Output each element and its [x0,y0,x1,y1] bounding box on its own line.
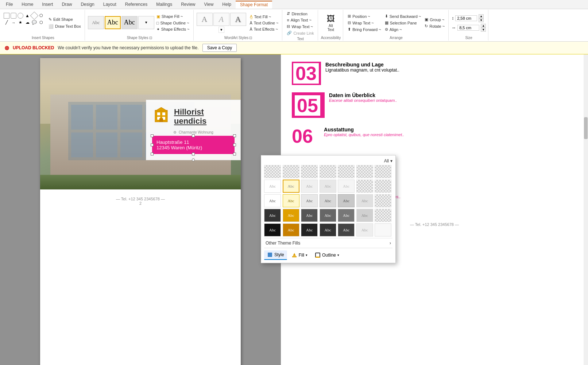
shape-effects-btn[interactable]: ✦ Shape Effects ~ [155,26,191,32]
style-cell-2-2[interactable]: Abc [301,194,318,207]
tab-file[interactable]: File [1,0,17,9]
tab-insert[interactable]: Insert [38,0,57,9]
shape-rounded[interactable] [11,13,16,19]
shape-triangle[interactable]: ▲ [24,13,30,19]
outline-dropdown-icon[interactable]: ▾ [337,253,339,257]
tab-draw[interactable]: Draw [57,0,76,9]
handle-mr[interactable] [233,143,236,146]
save-copy-button[interactable]: Save a Copy [202,44,237,52]
style-cell-1-4[interactable]: Abc [338,180,355,193]
style-cell-1-5[interactable] [356,180,373,193]
style-cell-1-6[interactable] [375,180,391,193]
style-cell-0-5[interactable] [356,165,373,178]
wordart-style-A2[interactable]: A [213,13,229,26]
alt-text-btn[interactable]: 🖼 AltText [324,13,337,33]
outline-tool-btn[interactable]: Outline ▾ [312,250,342,260]
shape-pentagon[interactable]: ⬠ [38,13,44,19]
handle-tc[interactable] [192,134,195,137]
shape-rect[interactable] [4,13,9,19]
scrollbar-thumb[interactable] [584,117,588,139]
style-cell-4-4[interactable]: Abc [338,223,355,237]
shape-arrow[interactable]: → [11,20,16,26]
wrap-text-arrange-btn[interactable]: ⊟ Wrap Text ~ [346,20,383,26]
style-cell-3-4[interactable]: Abc [338,209,355,222]
style-cell-4-1[interactable]: Abc [283,223,299,237]
width-up-btn[interactable]: ▲ [481,24,486,28]
tab-view[interactable]: View [200,0,218,9]
filter-dropdown-icon[interactable]: ▾ [390,158,392,164]
handle-bl[interactable] [151,153,154,155]
bring-forward-btn[interactable]: ⬆ Bring Forward ~ [346,26,383,32]
shape-style-1[interactable]: Abc [88,16,104,29]
height-down-btn[interactable]: ▼ [479,18,484,22]
handle-br[interactable] [233,153,236,155]
tab-mailings[interactable]: Mailings [152,0,177,9]
style-cell-0-4[interactable] [338,165,355,178]
style-cell-3-3[interactable]: Abc [320,209,336,222]
shape-style-3[interactable]: Abc [121,16,138,29]
style-cell-3-2[interactable]: Abc [301,209,318,222]
handle-tl[interactable] [151,134,154,137]
style-cell-4-6[interactable] [375,223,391,237]
wrap-text-btn-text[interactable]: ⊟ Wrap Text ~ [285,23,315,30]
shape-style-2[interactable]: Abc [105,16,121,29]
height-up-btn[interactable]: ▲ [479,14,484,18]
edit-shape-btn[interactable]: ✎ Edit Shape [47,16,82,23]
shape-callout[interactable]: 💬 [31,20,37,26]
width-down-btn[interactable]: ▼ [481,28,486,32]
tab-shape-format[interactable]: Shape Format [236,1,272,9]
style-cell-3-1[interactable]: Abc [283,209,299,222]
position-btn[interactable]: ⊞ Position ~ [346,13,383,19]
group-btn[interactable]: ▣ Group ~ [423,16,446,23]
width-input[interactable] [457,25,479,31]
send-backward-btn[interactable]: ⬇ Send Backward ~ [383,13,423,19]
style-cell-1-1[interactable]: Abc [283,180,299,193]
wordart-more-btn[interactable]: ▾ [218,27,224,33]
create-link-btn[interactable]: 🔗 Create Link [285,30,315,36]
handle-tr[interactable] [233,134,236,137]
shape-misc[interactable]: ⬡ [38,20,44,26]
tab-layout[interactable]: Layout [99,0,121,9]
text-fill-btn[interactable]: A̲ Text Fill ~ [248,14,280,20]
style-cell-1-2[interactable]: Abc [301,180,318,193]
selection-pane-btn[interactable]: ▦ Selection Pane [383,20,423,26]
tab-design[interactable]: Design [76,0,98,9]
shape-diamond[interactable] [30,11,39,20]
style-tool-btn[interactable]: Style [264,250,287,260]
style-cell-4-0[interactable]: Abc [264,223,281,237]
style-cell-0-3[interactable] [320,165,336,178]
text-direction-btn[interactable]: ⇵ Direction [285,11,315,17]
style-cell-4-3[interactable]: Abc [320,223,336,237]
style-cell-3-6[interactable] [375,209,391,222]
style-cell-2-3[interactable]: Abc [320,194,336,207]
draw-textbox-btn[interactable]: ⬜ Draw Text Box [47,23,82,30]
wordart-expand-icon[interactable]: ⊡ [249,36,252,40]
handle-bc[interactable] [192,153,195,155]
tab-help[interactable]: Help [218,0,236,9]
wordart-style-A3[interactable]: A [230,13,246,26]
wordart-style-A1[interactable]: A [197,13,213,26]
shape-ellipse[interactable] [18,13,23,19]
right-panel-scrollbar[interactable] [584,54,588,365]
style-cell-1-0[interactable]: Abc [264,180,281,193]
handle-rotate[interactable] [192,158,195,161]
align-arrange-btn[interactable]: ⊜ Align ~ [383,26,423,32]
tab-review[interactable]: Review [177,0,200,9]
style-cell-3-0[interactable]: Abc [264,209,281,222]
style-cell-0-1[interactable] [283,165,299,178]
style-cell-2-1[interactable]: Abc [283,194,299,207]
style-cell-4-2[interactable]: Abc [301,223,318,237]
tab-references[interactable]: References [121,0,152,9]
other-theme-fills-btn[interactable]: Other Theme Fills › [264,238,392,248]
text-outline-btn[interactable]: Ā Text Outline ~ [248,20,280,26]
height-input[interactable] [455,15,477,21]
shape-star[interactable]: ★ [18,20,23,26]
style-cell-4-5[interactable]: Abc [356,223,373,237]
style-cell-0-6[interactable] [375,165,391,178]
shape-outline-btn[interactable]: □ Shape Outline ~ [155,20,191,26]
text-effects-btn[interactable]: Â Text Effects ~ [248,26,280,32]
style-cell-2-5[interactable]: Abc [356,194,373,207]
style-cell-0-2[interactable] [301,165,318,178]
rotate-btn[interactable]: ↻ Rotate ~ [423,23,446,29]
style-cell-2-4[interactable]: Abc [338,194,355,207]
